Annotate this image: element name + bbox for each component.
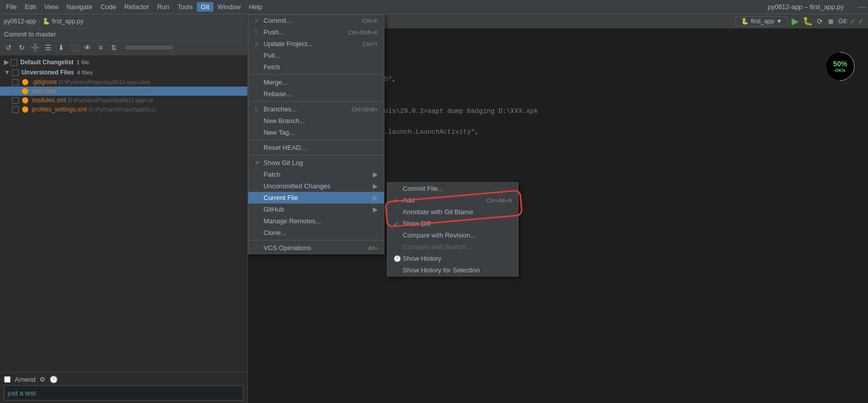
list-item[interactable]: 🟠 modules.xml D:\PycharmProject\py0612-a…	[0, 96, 247, 105]
show-history-label: Show History	[403, 255, 512, 262]
uncommitted-submenu-arrow: ▶	[373, 182, 378, 190]
menu-tools[interactable]: Tools	[173, 2, 197, 12]
submenu-annotate[interactable]: Annotate with Git Blame	[387, 206, 518, 218]
file-checkbox-1[interactable]	[12, 79, 19, 86]
stop-button[interactable]: ⏹	[827, 17, 834, 25]
default-changelist-header[interactable]: ▶ Default Changelist 1 file	[0, 57, 247, 67]
menu-fetch[interactable]: Fetch	[248, 61, 384, 73]
window-controls[interactable]: —	[858, 3, 866, 12]
commit-message-input[interactable]	[4, 385, 243, 400]
filename-3: modules.xml	[32, 97, 66, 104]
show-git-log-label: Show Git Log	[264, 159, 378, 167]
submenu-show-history-selection[interactable]: Show History for Selection	[387, 264, 518, 276]
run-button[interactable]: ▶	[792, 16, 799, 27]
menu-file[interactable]: File	[2, 2, 21, 12]
list-item[interactable]: 🟠 .gitignore D:\PycharmProject\py0612-ap…	[0, 77, 247, 87]
menu-reset-head[interactable]: Reset HEAD...	[248, 142, 384, 153]
top-right-toolbar: 🐍 first_app ▼ ▶ 🐛 ⟳ ⏹ Git: ✓ ✓	[735, 16, 864, 27]
menu-rebase[interactable]: Rebase...	[248, 88, 384, 100]
menu-uncommitted[interactable]: Uncommitted Changes ▶	[248, 180, 384, 192]
sort-button[interactable]: ⇅	[108, 42, 119, 53]
add-check-icon: +	[394, 197, 403, 204]
push-label: Push...	[264, 28, 338, 36]
menu-current-file[interactable]: Current File ▶	[248, 192, 384, 204]
menu-manage-remotes[interactable]: Manage Remotes...	[248, 215, 384, 227]
reset-head-label: Reset HEAD...	[264, 144, 378, 151]
menu-update[interactable]: ✓ Update Project... Ctrl+T	[248, 38, 384, 50]
changelist-section: ▶ Default Changelist 1 file ▼ Unversione…	[0, 55, 247, 116]
new-branch-label: New Branch...	[264, 117, 378, 125]
history-icon[interactable]: 🕐	[50, 376, 58, 383]
menu-button[interactable]: ☰	[42, 42, 54, 53]
separator-3	[248, 140, 384, 140]
menu-new-branch[interactable]: New Branch...	[248, 115, 384, 127]
file-checkbox-3[interactable]	[12, 97, 19, 104]
update-check-icon: ✓	[254, 41, 264, 48]
menu-refactor[interactable]: Refactor	[120, 2, 153, 12]
menu-push[interactable]: ↑ Push... Ctrl+Shift+K	[248, 26, 384, 38]
menu-navigate[interactable]: Navigate	[62, 2, 96, 12]
diff-button[interactable]: ⬛	[69, 42, 80, 53]
list-item[interactable]: 🟠 profiles_settings.xml D:\PycharmProjec…	[0, 105, 247, 114]
horizontal-scrollbar[interactable]	[125, 46, 244, 50]
list-item[interactable]: 🟠 misc.xml D:\PycharmProject\py0612-app\…	[0, 87, 247, 96]
unversioned-label: Unversioned Files	[22, 69, 74, 76]
progress-indicator: 50% OK/s	[822, 49, 858, 84]
branches-shortcut: Ctrl+Shift+	[341, 106, 378, 112]
submenu-add[interactable]: + Add Ctrl+Alt+A	[387, 194, 518, 206]
patch-label: Patch	[264, 171, 373, 178]
file-checkbox-2[interactable]	[12, 88, 19, 95]
breadcrumb-project[interactable]: py0612-app	[4, 18, 36, 25]
menu-merge[interactable]: Merge...	[248, 76, 384, 88]
menu-vcs-ops[interactable]: VCS Operations Alt+	[248, 242, 384, 254]
menu-git[interactable]: Git	[197, 2, 213, 12]
submenu-show-diff[interactable]: ↙ Show Diff	[387, 218, 518, 229]
filename-1: .gitignore	[32, 78, 57, 86]
file-icon-4: 🟠	[22, 106, 29, 113]
push-arrow-icon: ↑	[254, 29, 264, 36]
branch-selector[interactable]: 🐍 first_app ▼	[735, 16, 788, 26]
menu-view[interactable]: View	[40, 2, 62, 12]
menu-commit[interactable]: ✓ Commit... Ctrl+K	[248, 15, 384, 26]
changelist-checkbox[interactable]	[11, 59, 17, 66]
manage-remotes-label: Manage Remotes...	[264, 217, 378, 225]
file-checkbox-4[interactable]	[12, 106, 19, 113]
submenu-compare-revision[interactable]: Compare with Revision...	[387, 229, 518, 241]
eye-button[interactable]: 👁	[82, 42, 93, 53]
add-button[interactable]: ➕	[29, 42, 40, 53]
menu-run[interactable]: Run	[153, 2, 173, 12]
unversioned-checkbox[interactable]	[12, 69, 19, 76]
menu-edit[interactable]: Edit	[21, 2, 40, 12]
undo-button[interactable]: ↻	[16, 42, 27, 53]
rerun-button[interactable]: ⟳	[817, 17, 823, 25]
submenu-commit-file[interactable]: Commit File...	[387, 183, 518, 194]
refresh-button[interactable]: ↺	[3, 42, 14, 53]
debug-button[interactable]: 🐛	[803, 16, 813, 26]
github-submenu-arrow: ▶	[373, 206, 378, 213]
progress-sub-label: OK/s	[833, 68, 847, 73]
menu-patch[interactable]: Patch ▶	[248, 169, 384, 180]
menu-github[interactable]: GitHub ▶	[248, 204, 384, 215]
menu-code[interactable]: Code	[97, 2, 120, 12]
download-button[interactable]: ⬇	[56, 42, 67, 53]
update-label: Update Project...	[264, 40, 353, 48]
breadcrumb-file[interactable]: first_app.py	[52, 18, 83, 25]
menu-pull[interactable]: Pull...	[248, 50, 384, 61]
amend-checkbox[interactable]	[4, 376, 11, 383]
amend-label: Amend	[15, 376, 35, 383]
show-diff-arrow-icon: ↙	[394, 220, 403, 227]
menu-window[interactable]: Window	[213, 2, 245, 12]
menu-show-git-log[interactable]: ↗ Show Git Log	[248, 157, 384, 169]
list-button[interactable]: ≡	[95, 42, 106, 53]
unversioned-header[interactable]: ▼ Unversioned Files 4 files	[0, 67, 247, 77]
menu-help[interactable]: Help	[245, 2, 267, 12]
commit-file-label: Commit File...	[403, 185, 512, 192]
menu-branches[interactable]: ⑂ Branches... Ctrl+Shift+	[248, 103, 384, 115]
settings-icon[interactable]: ⚙	[39, 376, 46, 383]
filename-2: misc.xml	[32, 88, 56, 95]
menu-clone[interactable]: Clone...	[248, 227, 384, 238]
separator-1	[248, 74, 384, 75]
menu-new-tag[interactable]: New Tag...	[248, 127, 384, 138]
filepath-2: D:\PycharmProject\py0612-app\.idea	[58, 88, 149, 94]
submenu-show-history[interactable]: 🕐 Show History	[387, 253, 518, 264]
